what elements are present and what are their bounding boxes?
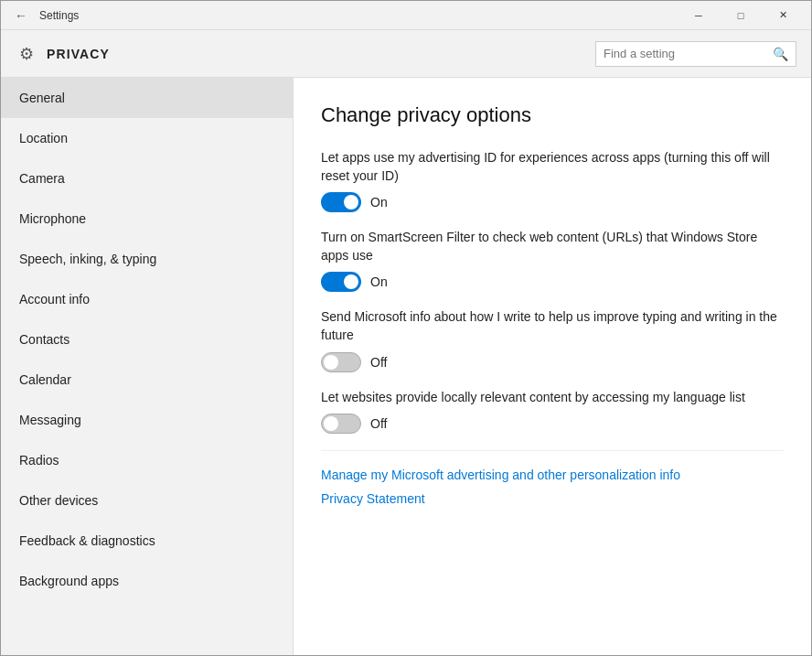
toggle-status-advertising-id: On bbox=[370, 195, 388, 210]
setting-label-typing-info: Send Microsoft info about how I write to… bbox=[321, 308, 784, 344]
toggle-row-language-list: Off bbox=[321, 414, 784, 434]
search-icon: 🔍 bbox=[773, 47, 788, 61]
sidebar-item-other-devices[interactable]: Other devices bbox=[1, 480, 293, 521]
sidebar-item-messaging[interactable]: Messaging bbox=[1, 400, 293, 440]
toggle-status-smartscreen: On bbox=[370, 274, 388, 289]
content-area: Change privacy options Let apps use my a… bbox=[294, 78, 811, 656]
toggle-thumb-typing-info bbox=[324, 355, 338, 370]
title-bar-title: Settings bbox=[39, 9, 678, 22]
setting-label-advertising-id: Let apps use my advertising ID for exper… bbox=[321, 149, 784, 185]
setting-label-smartscreen: Turn on SmartScreen Filter to check web … bbox=[321, 229, 784, 264]
privacy-statement-link[interactable]: Privacy Statement bbox=[321, 491, 784, 506]
sidebar-item-speech-inking-typing[interactable]: Speech, inking, & typing bbox=[1, 239, 293, 279]
divider bbox=[321, 450, 784, 451]
sidebar-item-calendar[interactable]: Calendar bbox=[1, 360, 293, 400]
title-bar: ← Settings ─ □ ✕ bbox=[1, 1, 811, 30]
search-box: 🔍 bbox=[595, 41, 796, 67]
sidebar-item-feedback-diagnostics[interactable]: Feedback & diagnostics bbox=[1, 521, 293, 561]
sidebar-item-location[interactable]: Location bbox=[1, 118, 293, 158]
sidebar-item-background-apps[interactable]: Background apps bbox=[1, 561, 293, 601]
sidebar: GeneralLocationCameraMicrophoneSpeech, i… bbox=[1, 78, 294, 656]
main-layout: GeneralLocationCameraMicrophoneSpeech, i… bbox=[1, 78, 811, 656]
maximize-button[interactable]: □ bbox=[720, 1, 762, 30]
toggle-advertising-id[interactable] bbox=[321, 192, 361, 212]
toggle-smartscreen[interactable] bbox=[321, 272, 361, 292]
privacy-icon: ⚙ bbox=[16, 43, 37, 65]
minimize-button[interactable]: ─ bbox=[678, 1, 720, 30]
close-button[interactable]: ✕ bbox=[762, 1, 804, 30]
sidebar-item-microphone[interactable]: Microphone bbox=[1, 199, 293, 239]
page-title: Change privacy options bbox=[321, 103, 784, 127]
toggle-language-list[interactable] bbox=[321, 414, 361, 434]
sidebar-item-account-info[interactable]: Account info bbox=[1, 279, 293, 319]
toggle-typing-info[interactable] bbox=[321, 352, 361, 372]
sidebar-item-contacts[interactable]: Contacts bbox=[1, 319, 293, 360]
toggle-status-language-list: Off bbox=[370, 416, 387, 431]
toggle-row-advertising-id: On bbox=[321, 192, 784, 212]
setting-label-language-list: Let websites provide locally relevant co… bbox=[321, 389, 784, 407]
sidebar-item-radios[interactable]: Radios bbox=[1, 440, 293, 480]
sidebar-item-camera[interactable]: Camera bbox=[1, 158, 293, 199]
toggle-row-typing-info: Off bbox=[321, 352, 784, 372]
app-header: ⚙ PRIVACY 🔍 bbox=[1, 30, 811, 78]
app-title: PRIVACY bbox=[47, 47, 110, 61]
search-input[interactable] bbox=[604, 47, 773, 60]
sidebar-item-general[interactable]: General bbox=[1, 78, 293, 118]
toggle-status-typing-info: Off bbox=[370, 355, 387, 370]
toggle-row-smartscreen: On bbox=[321, 272, 784, 292]
ad-info-link[interactable]: Manage my Microsoft advertising and othe… bbox=[321, 468, 784, 482]
window-controls: ─ □ ✕ bbox=[678, 1, 804, 30]
back-icon: ← bbox=[15, 8, 27, 23]
back-button[interactable]: ← bbox=[8, 3, 34, 28]
